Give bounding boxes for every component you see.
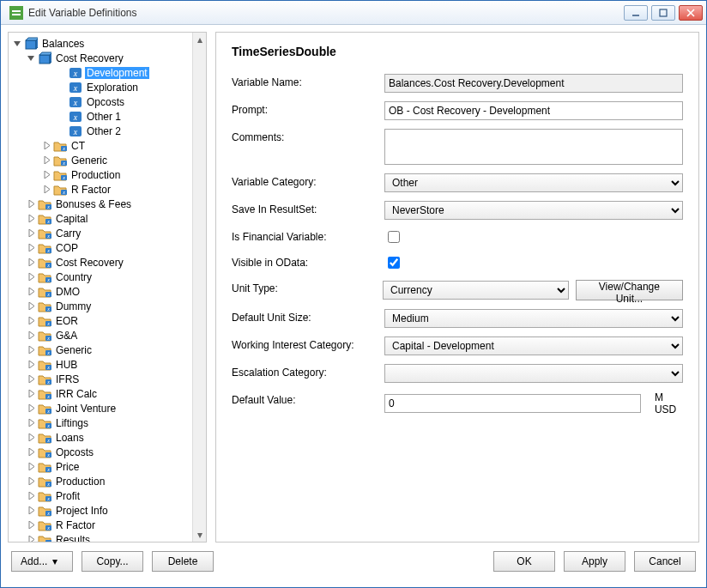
tree-node-cost-recovery[interactable]: xCost Recovery — [10, 255, 192, 270]
expander-icon[interactable] — [26, 374, 36, 385]
cancel-button[interactable]: Cancel — [634, 551, 696, 572]
tree-node-profit[interactable]: xProfit — [10, 488, 192, 503]
expander-icon[interactable] — [26, 214, 36, 224]
expander-icon[interactable] — [26, 258, 36, 268]
ok-button[interactable]: OK — [493, 551, 555, 572]
node-icon: x — [38, 373, 51, 386]
expander-icon[interactable] — [26, 345, 36, 355]
tree-node-cr-exploration[interactable]: xExploration — [10, 80, 192, 94]
tree-node-country[interactable]: xCountry — [10, 270, 192, 284]
expander-icon[interactable] — [26, 491, 36, 501]
expander-icon[interactable] — [26, 287, 36, 297]
tree-node-liftings[interactable]: xLiftings — [10, 415, 192, 430]
close-button[interactable] — [679, 5, 703, 21]
expander-icon[interactable] — [26, 476, 36, 487]
tree-node-hub[interactable]: xHUB — [10, 357, 192, 372]
expander-icon[interactable] — [41, 185, 51, 195]
tree-node-production[interactable]: xProduction — [10, 474, 192, 488]
expander-icon[interactable] — [26, 520, 36, 530]
save-in-resultset-select[interactable]: NeverStore — [384, 201, 683, 220]
unit-type-select[interactable]: Currency — [383, 281, 569, 300]
scroll-down-icon[interactable]: ▾ — [193, 528, 206, 542]
delete-button[interactable]: Delete — [152, 551, 214, 572]
node-icon: x — [38, 489, 51, 503]
minimize-button[interactable] — [624, 5, 648, 21]
tree[interactable]: BalancesCost RecoveryxDevelopmentxExplor… — [9, 33, 192, 542]
tree-node-r-factor[interactable]: xR Factor — [10, 518, 192, 532]
default-value-input[interactable] — [384, 394, 641, 413]
expander-icon[interactable] — [41, 141, 51, 151]
tree-node-r-factor[interactable]: xR Factor — [10, 182, 192, 197]
copy-button[interactable]: Copy... — [82, 551, 143, 572]
tree-node-cr-other-2[interactable]: xOther 2 — [10, 124, 192, 138]
tree-node-eor[interactable]: xEOR — [10, 313, 192, 328]
tree-node-bonuses-fees[interactable]: xBonuses & Fees — [10, 197, 192, 211]
tree-node-carry[interactable]: xCarry — [10, 226, 192, 240]
tree-node-cr-other-1[interactable]: xOther 1 — [10, 109, 192, 124]
tree-node-joint-venture[interactable]: xJoint Venture — [10, 401, 192, 415]
expander-icon[interactable] — [41, 155, 51, 166]
tree-node-balances[interactable]: Balances — [10, 36, 192, 51]
expander-icon[interactable] — [12, 39, 22, 49]
tree-node-production[interactable]: xProduction — [10, 167, 192, 182]
tree-node-generic[interactable]: xGeneric — [10, 342, 192, 357]
tree-scrollbar[interactable]: ▴ ▾ — [192, 33, 206, 542]
expander-icon[interactable] — [41, 170, 51, 180]
tree-node-capital[interactable]: xCapital — [10, 211, 192, 226]
comments-textarea[interactable] — [384, 129, 683, 165]
add-button[interactable]: Add...▾ — [11, 551, 73, 572]
maximize-button[interactable] — [651, 5, 675, 21]
node-label: Project Info — [54, 505, 110, 517]
expander-icon[interactable] — [26, 462, 36, 472]
svg-text:x: x — [46, 496, 50, 501]
tree-node-opcosts[interactable]: xOpcosts — [10, 445, 192, 459]
variable-category-select[interactable]: Other — [384, 173, 683, 192]
expander-icon[interactable] — [26, 433, 36, 443]
tree-node-cr-opcosts[interactable]: xOpcosts — [10, 94, 192, 109]
expander-icon[interactable] — [26, 243, 36, 253]
expander-icon[interactable] — [26, 447, 36, 458]
expander-icon[interactable] — [26, 418, 36, 428]
node-label: Liftings — [54, 417, 90, 429]
tree-node-generic[interactable]: xGeneric — [10, 153, 192, 167]
node-icon: x — [38, 212, 51, 226]
escalation-category-select[interactable] — [384, 364, 683, 383]
expander-icon[interactable] — [26, 228, 36, 239]
scroll-up-icon[interactable]: ▴ — [193, 33, 206, 46]
tree-node-price[interactable]: xPrice — [10, 459, 192, 474]
working-interest-category-select[interactable]: Capital - Development — [384, 336, 683, 355]
tree-node-loans[interactable]: xLoans — [10, 430, 192, 445]
apply-button[interactable]: Apply — [564, 551, 625, 572]
node-label: EOR — [54, 315, 80, 327]
tree-node-dummy[interactable]: xDummy — [10, 299, 192, 313]
tree-node-cost-recovery[interactable]: Cost Recovery — [10, 51, 192, 65]
tree-node-cop[interactable]: xCOP — [10, 240, 192, 255]
expander-icon[interactable] — [26, 535, 36, 543]
tree-node-ct[interactable]: xCT — [10, 138, 192, 153]
tree-node-cr-development[interactable]: xDevelopment — [10, 65, 192, 80]
expander-icon[interactable] — [26, 316, 36, 326]
expander-icon[interactable] — [26, 301, 36, 312]
variable-name-input[interactable] — [384, 74, 683, 93]
view-change-unit-button[interactable]: View/Change Unit... — [576, 280, 683, 300]
expander-icon[interactable] — [26, 506, 36, 516]
default-unit-size-select[interactable]: Medium — [384, 309, 683, 328]
expander-icon[interactable] — [26, 199, 36, 209]
tree-node-ifrs[interactable]: xIFRS — [10, 372, 192, 386]
prompt-input[interactable] — [384, 101, 683, 120]
expander-icon[interactable] — [26, 389, 36, 399]
expander-icon[interactable] — [26, 53, 36, 64]
visible-odata-checkbox[interactable] — [388, 257, 400, 269]
tree-node-dmo[interactable]: xDMO — [10, 284, 192, 299]
tree-node-project-info[interactable]: xProject Info — [10, 503, 192, 518]
node-icon: x — [38, 256, 51, 270]
expander-icon[interactable] — [26, 272, 36, 282]
expander-icon[interactable] — [26, 403, 36, 414]
is-financial-checkbox[interactable] — [388, 231, 400, 243]
expander-icon[interactable] — [26, 360, 36, 370]
expander-icon[interactable] — [26, 330, 36, 341]
tree-node-irr-calc[interactable]: xIRR Calc — [10, 386, 192, 401]
tree-node-results[interactable]: xResults — [10, 532, 192, 542]
tree-node-g-a[interactable]: xG&A — [10, 328, 192, 342]
svg-text:x: x — [73, 112, 78, 122]
